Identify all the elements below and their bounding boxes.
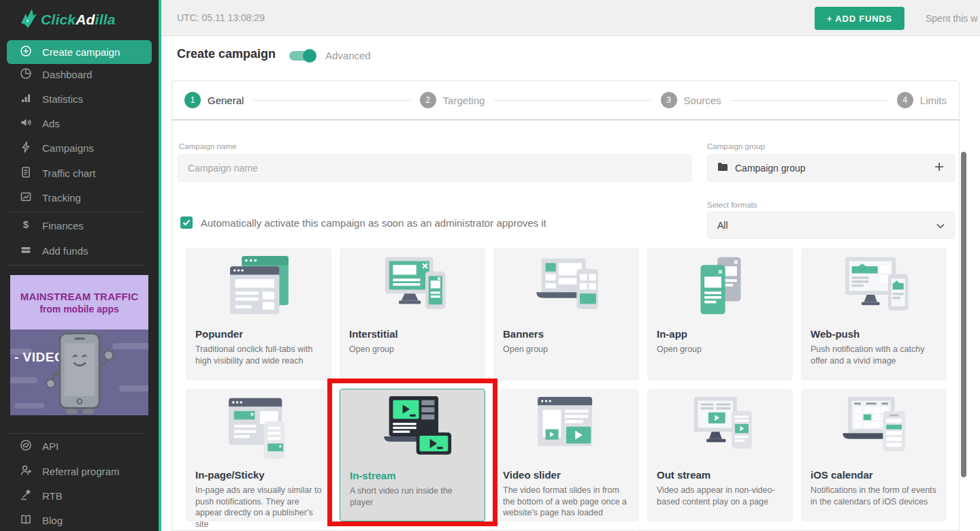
campaign-group-field[interactable]: Campaign group (707, 155, 955, 182)
gavel-icon (20, 489, 32, 503)
sidebar-item-label: Add funds (42, 245, 88, 257)
card-title: Out stream (657, 469, 783, 481)
in-app-illustration (657, 253, 783, 324)
speaker-icon (20, 116, 32, 131)
card-title: Interstitial (349, 328, 476, 340)
bird-logo-icon (19, 8, 37, 31)
sidebar-item-label: Traffic chart (42, 167, 95, 179)
sidebar-item-label: Statistics (42, 93, 83, 105)
stepper: 1 General 2 Targeting 3 Sources 4 Limits (172, 81, 959, 120)
sidebar-divider (8, 212, 144, 212)
sidebar-item-label: RTB (42, 490, 63, 502)
sidebar-item-create-campaign[interactable]: Create campaign (7, 40, 152, 64)
step-general[interactable]: 1 General (184, 92, 244, 108)
step-connector (253, 100, 410, 101)
format-card-video-slider[interactable]: Video slider The video format slides in … (493, 389, 639, 521)
sidebar-item-add-funds[interactable]: Add funds (7, 238, 152, 263)
ios-calendar-illustration (811, 394, 937, 465)
sidebar-item-finances[interactable]: $ Finances (7, 213, 152, 238)
sidebar-item-api[interactable]: API (7, 434, 152, 458)
link-icon (20, 439, 32, 453)
format-card-interstitial[interactable]: Interstitial Open group (340, 248, 485, 381)
format-card-out-stream[interactable]: Out stream Video ads appear in non-video… (647, 389, 793, 521)
card-description: Open group (657, 344, 783, 355)
line-chart-icon (20, 191, 32, 205)
card-title: Video slider (503, 469, 630, 481)
format-card-in-stream[interactable]: In-stream A short video run inside the p… (340, 389, 485, 521)
select-formats-value: All (717, 220, 936, 231)
sidebar-item-label: Ads (42, 118, 60, 129)
step-number: 3 (661, 92, 677, 108)
format-card-banners[interactable]: Banners Open group (493, 248, 639, 381)
card-description: A short video run inside the player (350, 485, 475, 508)
sidebar-item-ads[interactable]: Ads (7, 111, 152, 135)
format-card-in-page-sticky[interactable]: In-page/Sticky In-page ads are visually … (186, 389, 331, 521)
sidebar: ClickAdilla Create campaign Dashboard St… (0, 0, 161, 531)
card-title: iOS calendar (811, 469, 937, 481)
card-title: In-page/Sticky (195, 469, 322, 481)
lightning-icon (20, 141, 32, 155)
sidebar-item-rtb[interactable]: RTB (7, 483, 152, 508)
advanced-toggle[interactable] (289, 49, 316, 63)
sidebar-item-label: Dashboard (42, 69, 92, 80)
card-title: In-stream (350, 470, 475, 481)
card-title: Popunder (195, 328, 322, 340)
pie-chart-icon (20, 67, 32, 82)
interstitial-illustration (349, 253, 476, 324)
book-icon (20, 513, 32, 528)
promo-banner[interactable]: MAINSTREAM TRAFFIC from mobile apps - VI… (10, 275, 148, 415)
card-description: Push notification with a catchy offer an… (811, 344, 937, 366)
select-formats-dropdown[interactable]: All (707, 212, 955, 239)
step-label: Targeting (443, 95, 485, 106)
campaign-name-input[interactable] (178, 155, 691, 182)
card-description: Notifications in the form of events in t… (811, 485, 937, 507)
format-cards-grid: Popunder Traditional onclick full-tabs w… (186, 248, 947, 521)
video-slider-illustration (503, 394, 630, 465)
auto-activate-checkbox[interactable] (180, 216, 193, 229)
sidebar-item-statistics[interactable]: Statistics (7, 86, 152, 111)
sidebar-item-referral-program[interactable]: Referral program (7, 459, 152, 483)
step-number: 2 (420, 92, 436, 108)
card-description: In-page ads are visually similar to push… (195, 485, 322, 530)
svg-text:$: $ (23, 219, 29, 230)
step-number: 4 (897, 92, 913, 108)
popunder-illustration (195, 253, 322, 324)
sidebar-item-blog[interactable]: Blog (7, 508, 152, 531)
sidebar-item-tracking[interactable]: Tracking (7, 185, 152, 210)
step-connector (494, 100, 651, 101)
sidebar-item-dashboard[interactable]: Dashboard (7, 62, 152, 86)
step-label: Sources (684, 95, 721, 106)
in-page-sticky-illustration (195, 394, 322, 465)
clickadilla-logo[interactable]: ClickAdilla (19, 8, 116, 31)
card-description: Open group (349, 344, 476, 355)
dollar-icon: $ (20, 219, 32, 233)
campaign-group-label: Campaign group (707, 142, 765, 150)
card-title: Web-push (811, 328, 937, 340)
card-description: The video format slides in from the bott… (503, 485, 630, 519)
utc-clock: UTC: 05.11 13:08:29 (177, 12, 265, 23)
step-label: General (208, 95, 244, 106)
add-group-icon[interactable] (934, 161, 945, 175)
format-card-popunder[interactable]: Popunder Traditional onclick full-tabs w… (186, 248, 331, 381)
campaign-name-label: Campaign name (179, 142, 236, 150)
step-label: Limits (920, 95, 947, 106)
format-card-in-app[interactable]: In-app Open group (647, 248, 793, 381)
step-limits[interactable]: 4 Limits (897, 92, 947, 108)
in-stream-illustration (350, 395, 475, 466)
sidebar-item-campaigns[interactable]: Campaigns (7, 135, 152, 160)
vertical-scrollbar-thumb[interactable] (961, 152, 966, 477)
step-connector (731, 100, 887, 101)
add-funds-button[interactable]: + ADD FUNDS (815, 7, 904, 30)
sidebar-item-traffic-chart[interactable]: Traffic chart (7, 161, 152, 185)
step-targeting[interactable]: 2 Targeting (420, 92, 485, 108)
create-campaign-panel: 1 General 2 Targeting 3 Sources 4 Limits… (172, 80, 960, 531)
web-push-illustration (811, 253, 937, 324)
format-card-web-push[interactable]: Web-push Push notification with a catchy… (801, 248, 947, 381)
waving-phone-illustration (39, 331, 120, 415)
promo-banner-art: - VIDEO (10, 329, 148, 415)
auto-activate-row: Automatically activate this campaign as … (180, 216, 546, 229)
bar-chart-icon (20, 92, 32, 106)
format-card-ios-calendar[interactable]: iOS calendar Notifications in the form o… (801, 389, 947, 521)
spent-this-week-label: Spent this w (926, 13, 980, 24)
step-sources[interactable]: 3 Sources (661, 92, 721, 108)
